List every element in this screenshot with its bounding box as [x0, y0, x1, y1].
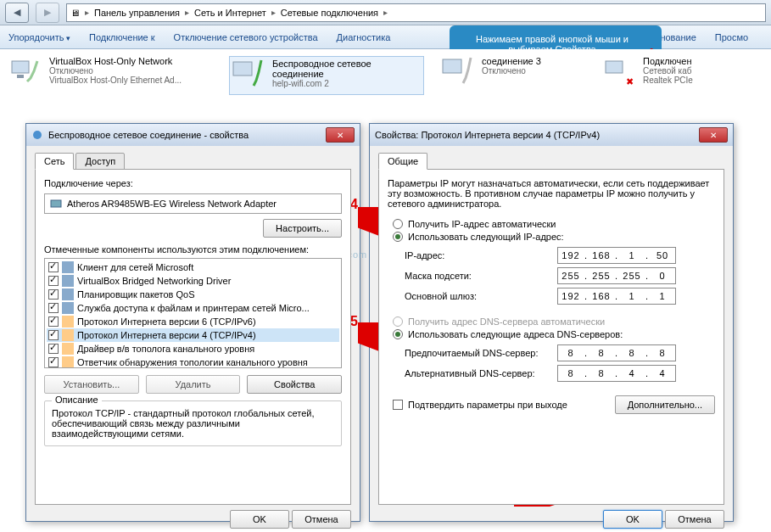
svg-rect-2 — [233, 62, 252, 76]
tb-organize[interactable]: Упорядочить — [8, 32, 70, 42]
tb-view[interactable]: Просмо — [715, 32, 748, 42]
net-item-wireless[interactable]: Беспроводное сетевое соединение help-wif… — [229, 56, 424, 95]
svg-rect-10 — [62, 288, 74, 300]
tab-general[interactable]: Общие — [378, 153, 427, 170]
checkbox[interactable] — [48, 262, 59, 272]
remove-button[interactable]: Удалить — [146, 375, 241, 394]
net-item-ethernet[interactable]: ✖ Подключен Сетевой каб Realtek PCIe — [602, 56, 712, 90]
svg-point-6 — [33, 131, 42, 139]
svg-rect-4 — [606, 61, 623, 73]
dialog-titlebar[interactable]: Беспроводное сетевое соединение - свойст… — [26, 124, 360, 146]
svg-rect-12 — [62, 316, 74, 328]
properties-button[interactable]: Свойства — [247, 375, 342, 394]
address-bar[interactable]: 🖥 ▸ Панель управления ▸ Сеть и Интернет … — [66, 3, 766, 22]
tb-disable[interactable]: Отключение сетевого устройства — [174, 32, 318, 42]
install-button[interactable]: Установить... — [44, 375, 139, 394]
components-label: Отмеченные компоненты используются этим … — [44, 244, 342, 255]
subnet-mask-field[interactable]: 255.255.255.0 — [557, 267, 676, 284]
list-item: Протокол Интернета версии 6 (TCP/IPv6) — [47, 315, 339, 328]
cancel-button[interactable]: Отмена — [665, 510, 724, 529]
radio-ip-manual[interactable]: Использовать следующий IP-адрес: — [393, 232, 715, 242]
net-item-virtualbox[interactable]: VirtualBox Host-Only Network Отключено V… — [8, 56, 212, 90]
checkbox[interactable] — [48, 316, 59, 327]
svg-rect-8 — [62, 261, 74, 273]
tab-network[interactable]: Сеть — [35, 153, 74, 170]
wifi-icon — [232, 59, 265, 92]
ipv4-properties-dialog: Свойства: Протокол Интернета версии 4 (T… — [369, 123, 734, 522]
list-item: Ответчик обнаружения топологии канальног… — [47, 356, 339, 368]
close-button[interactable]: ✕ — [699, 127, 728, 143]
svg-text:✖: ✖ — [626, 76, 634, 87]
adapter-icon — [50, 198, 62, 210]
network-icon: ✖ — [602, 56, 636, 90]
dns2-label: Альтернативный DNS-сервер: — [405, 368, 557, 378]
tb-diagnose[interactable]: Диагностика — [337, 32, 391, 42]
dns1-field[interactable]: 8.8.8.8 — [557, 344, 676, 361]
net-item-3[interactable]: соединение 3 Отключено — [441, 56, 585, 90]
svg-rect-14 — [62, 343, 74, 355]
checkbox[interactable] — [48, 330, 59, 340]
radio-ip-auto[interactable]: Получить IP-адрес автоматически — [393, 219, 715, 229]
network-connections-list: VirtualBox Host-Only Network Отключено V… — [0, 49, 771, 117]
dns1-label: Предпочитаемый DNS-сервер: — [405, 348, 557, 358]
checkbox[interactable] — [48, 303, 59, 313]
ip-address-field[interactable]: 192.168.1.50 — [557, 247, 676, 264]
cancel-button[interactable]: Отмена — [292, 510, 351, 529]
radio-dns-manual[interactable]: Использовать следующие адреса DNS-сервер… — [393, 329, 715, 339]
list-item: Драйвер в/в тополога канального уровня — [47, 342, 339, 356]
tb-connect[interactable]: Подключение к — [89, 32, 155, 42]
checkbox[interactable] — [48, 357, 59, 367]
description-title: Описание — [52, 395, 102, 405]
adapter-field: Atheros AR9485WB-EG Wireless Network Ada… — [44, 193, 342, 214]
breadcrumb-a[interactable]: Панель управления — [94, 8, 180, 18]
control-panel-icon: 🖥 — [70, 8, 80, 18]
svg-rect-0 — [12, 61, 29, 73]
validate-checkbox-row[interactable]: Подтвердить параметры при выходе Дополни… — [393, 395, 715, 414]
nav-bar: ◀ ▶ 🖥 ▸ Панель управления ▸ Сеть и Интер… — [0, 0, 771, 25]
connect-via-label: Подключение через: — [44, 178, 342, 188]
checkbox[interactable] — [393, 400, 403, 410]
checkbox[interactable] — [48, 289, 59, 300]
intro-text: Параметры IP могут назначаться автоматич… — [388, 178, 715, 209]
svg-rect-11 — [62, 302, 74, 314]
breadcrumb-b[interactable]: Сеть и Интернет — [194, 8, 266, 18]
configure-button[interactable]: Настроить... — [263, 219, 342, 238]
wifi-icon — [441, 56, 475, 90]
ok-button[interactable]: OK — [230, 510, 289, 529]
tab-access[interactable]: Доступ — [75, 153, 125, 170]
list-item: VirtualBox Bridged Networking Driver — [47, 274, 339, 288]
svg-rect-1 — [17, 75, 24, 78]
nav-fwd-button[interactable]: ▶ — [36, 3, 59, 23]
description-text: Протокол TCP/IP - стандартный протокол г… — [52, 408, 334, 439]
dialog-titlebar[interactable]: Свойства: Протокол Интернета версии 4 (T… — [370, 124, 733, 146]
list-item-tcpip4: Протокол Интернета версии 4 (TCP/IPv4) — [47, 328, 339, 342]
gateway-label: Основной шлюз: — [405, 291, 557, 301]
dialog-title: Свойства: Протокол Интернета версии 4 (T… — [375, 130, 600, 140]
svg-rect-9 — [62, 275, 74, 287]
nav-back-button[interactable]: ◀ — [5, 3, 29, 23]
radio-dns-auto: Получить адрес DNS-сервера автоматически — [393, 316, 715, 327]
svg-rect-15 — [62, 356, 74, 368]
svg-rect-7 — [51, 200, 61, 207]
ok-button[interactable]: OK — [603, 510, 662, 529]
wifi-icon — [31, 129, 43, 141]
checkbox[interactable] — [48, 276, 59, 286]
list-item: Планировщик пакетов QoS — [47, 288, 339, 301]
wireless-properties-dialog: Беспроводное сетевое соединение - свойст… — [25, 123, 360, 522]
svg-rect-3 — [443, 59, 461, 73]
svg-rect-13 — [62, 329, 74, 341]
checkbox[interactable] — [48, 344, 59, 354]
components-list[interactable]: Клиент для сетей Microsoft VirtualBox Br… — [44, 258, 342, 368]
list-item: Служба доступа к файлам и принтерам сете… — [47, 301, 339, 315]
list-item: Клиент для сетей Microsoft — [47, 260, 339, 274]
breadcrumb-c[interactable]: Сетевые подключения — [281, 8, 378, 18]
ip-label: IP-адрес: — [405, 250, 557, 260]
dns2-field[interactable]: 8.8.4.4 — [557, 365, 676, 382]
network-icon — [8, 56, 42, 90]
dialog-title: Беспроводное сетевое соединение - свойст… — [48, 130, 249, 140]
close-button[interactable]: ✕ — [326, 127, 355, 143]
gateway-field[interactable]: 192.168.1.1 — [557, 288, 676, 305]
mask-label: Маска подсети: — [405, 271, 557, 281]
advanced-button[interactable]: Дополнительно... — [615, 395, 715, 414]
